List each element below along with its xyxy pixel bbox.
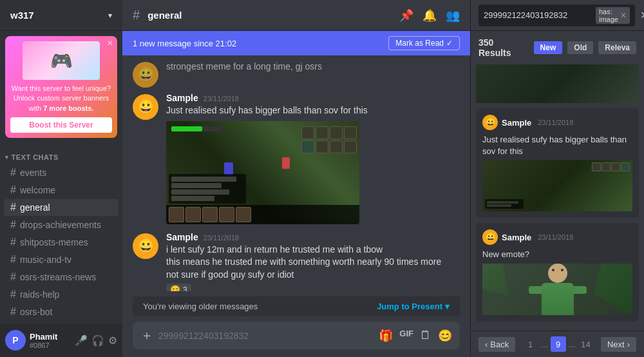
reaction-emoji: 😊 (170, 285, 180, 291)
add-attachment-icon[interactable]: ＋ (140, 327, 153, 344)
search-tag-close-icon[interactable]: ✕ (620, 11, 627, 20)
sidebar-item-shitposts-memes[interactable]: # shitposts-memes (4, 234, 118, 251)
collapse-arrow-icon[interactable]: ▾ (5, 154, 9, 160)
sidebar-item-welcome[interactable]: # welcome (4, 182, 118, 198)
message-content: Sample 23/11/2018 i lent sufy 12m and in… (166, 232, 460, 291)
result-header: 😀 Sample 23/11/2018 (482, 115, 632, 130)
gift-icon[interactable]: 🎁 (379, 329, 393, 343)
list-item[interactable]: 😀 Sample 23/11/2018 New emote? (476, 223, 639, 321)
new-message-bar: 1 new message since 21:02 Mark as Read ✓ (122, 31, 470, 55)
sidebar-item-music-and-tv[interactable]: # music-and-tv (4, 251, 118, 268)
page-9[interactable]: 9 (551, 336, 566, 352)
close-search-icon[interactable]: ✕ (640, 9, 644, 21)
sidebar-item-raids-help[interactable]: # raids-help (4, 286, 118, 303)
boost-server-button[interactable]: Boost this Server (10, 117, 112, 133)
filter-old-button[interactable]: Old (567, 41, 593, 54)
result-image (482, 160, 632, 211)
message-text: strongest meme for a long time, gj osrs (166, 61, 460, 73)
notification-icon[interactable]: 🔔 (422, 8, 437, 23)
message-image (166, 121, 359, 224)
sidebar-item-general[interactable]: # general (4, 199, 118, 216)
avatar: 😀 (482, 115, 498, 130)
reaction[interactable]: 😊 3 (166, 284, 191, 291)
channel-name-header: general (147, 10, 182, 21)
chevron-right-icon: › (627, 340, 630, 349)
page-dots-2: ... (569, 340, 576, 349)
headset-icon[interactable]: 🎧 (91, 334, 104, 347)
mark-as-read-button[interactable]: Mark as Read ✓ (388, 36, 460, 50)
settings-icon[interactable]: ⚙ (108, 334, 117, 347)
gif-icon[interactable]: GIF (399, 329, 413, 343)
result-text: New emote? (482, 249, 632, 260)
members-icon[interactable]: 👥 (446, 8, 460, 23)
sidebar-item-drops-achievements[interactable]: # drops-achievements (4, 217, 118, 233)
message-input-area: ＋ 🎁 GIF 🗒 😊 (133, 322, 460, 349)
sidebar-item-events[interactable]: # events (4, 164, 118, 181)
avatar: 😀 (482, 229, 498, 245)
older-messages-text: You're viewing older messages (143, 302, 258, 311)
input-icons: 🎁 GIF 🗒 😊 (379, 329, 452, 343)
message-header: Sample 23/11/2018 (166, 93, 460, 103)
result-text: Just realised sufy has bigger balls than… (482, 134, 632, 157)
hash-icon: # (10, 306, 16, 318)
channel-hash-icon: # (133, 8, 140, 23)
page-1[interactable]: 1 (523, 336, 538, 352)
boost-banner-text: Want this server to feel unique? Unlock … (10, 84, 112, 113)
hash-icon: # (10, 289, 16, 300)
search-input[interactable] (484, 10, 592, 20)
search-input-bar[interactable]: has: image ✕ (478, 5, 635, 26)
boost-banner: ✕ 🎮 Want this server to feel unique? Unl… (5, 36, 117, 138)
sidebar-item-osrs-bot[interactable]: # osrs-bot (4, 304, 118, 320)
message-text: Just realised sufy has bigger balls than… (166, 104, 460, 117)
avatar: 😀 (133, 233, 158, 259)
chat-messages: 😀 strongest meme for a long time, gj osr… (122, 55, 470, 291)
avatar: P (5, 330, 26, 351)
message-username[interactable]: Sample (166, 232, 198, 242)
new-message-text: 1 new message since 21:02 (133, 39, 236, 48)
user-info: Phamit #0867 (30, 332, 71, 349)
message-username[interactable]: Sample (166, 93, 198, 103)
check-icon: ✓ (446, 39, 453, 48)
server-header[interactable]: w317 ▾ (0, 0, 122, 31)
message-timestamp: 23/11/2018 (204, 95, 239, 102)
close-icon[interactable]: ✕ (107, 39, 113, 48)
hash-icon: # (10, 219, 16, 231)
result-username: Sample (502, 118, 531, 128)
sticker-icon[interactable]: 🗒 (420, 329, 431, 343)
search-panel: has: image ✕ ✕ 350 Results New Old Relev… (470, 0, 644, 357)
search-panel-header: has: image ✕ ✕ (471, 0, 644, 31)
pin-icon[interactable]: 📌 (399, 8, 413, 23)
back-button[interactable]: ‹ Back (478, 337, 515, 352)
page-dots: ... (541, 340, 548, 349)
list-item: 😀 strongest meme for a long time, gj osr… (133, 61, 460, 88)
next-button[interactable]: Next › (601, 337, 636, 352)
hash-icon: # (10, 184, 16, 196)
user-area: P Phamit #0867 🎤 🎧 ⚙ (0, 323, 122, 357)
filter-relevant-button[interactable]: Releva (598, 41, 636, 54)
boost-banner-image: 🎮 (23, 41, 100, 80)
page-numbers: 1 ... 9 ... 14 (523, 336, 594, 352)
emoji-icon[interactable]: 😊 (438, 329, 452, 343)
message-text: i lent sufy 12m and in return he trusted… (166, 244, 460, 282)
message-input[interactable] (158, 331, 374, 341)
list-item[interactable]: 😀 Sample 23/11/2018 Just realised sufy h… (476, 108, 639, 218)
page-14[interactable]: 14 (578, 336, 593, 352)
chevron-down-icon: ▾ (445, 302, 450, 311)
chevron-left-icon: ‹ (485, 340, 488, 349)
user-actions: 🎤 🎧 ⚙ (75, 334, 117, 347)
message-header: Sample 23/11/2018 (166, 232, 460, 242)
results-count: 350 Results (478, 37, 529, 58)
reaction-count: 3 (183, 285, 187, 291)
jump-to-present-button[interactable]: Jump to Present ▾ (377, 302, 450, 311)
hash-icon: # (10, 167, 16, 179)
sidebar-item-osrs-streams-news[interactable]: # osrs-streams-news (4, 269, 118, 285)
server-name: w317 (10, 10, 34, 21)
mic-icon[interactable]: 🎤 (75, 334, 88, 347)
filter-new-button[interactable]: New (534, 41, 563, 54)
search-tag-text: has: image (599, 8, 618, 23)
older-messages-bar: You're viewing older messages Jump to Pr… (133, 296, 460, 316)
discriminator-label: #0867 (30, 342, 71, 349)
chat-header: # general 📌 🔔 👥 (122, 0, 470, 31)
result-timestamp: 23/11/2018 (538, 233, 573, 241)
hash-icon: # (10, 202, 16, 213)
